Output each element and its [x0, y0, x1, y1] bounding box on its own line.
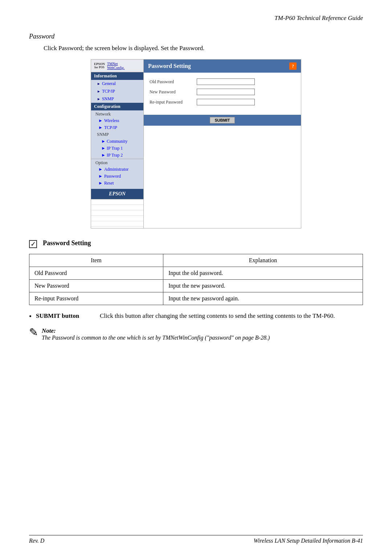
arrow-icon: ► — [101, 153, 106, 158]
old-password-row: Old Password — [150, 78, 295, 85]
sidebar-item-wireless[interactable]: ► Wireless — [91, 117, 143, 124]
sidebar-item-general[interactable]: ► General — [91, 80, 143, 88]
reinput-password-input[interactable] — [197, 99, 255, 105]
sidebar: EPSON for POS TMNetWebConfig. Informatio… — [91, 60, 144, 228]
note-title: Note: — [42, 327, 270, 335]
table-cell-item: New Password — [29, 280, 163, 292]
table-cell-item: Old Password — [29, 267, 163, 280]
help-icon[interactable]: ? — [289, 62, 297, 70]
new-password-label: New Password — [150, 89, 193, 95]
footer-left: Rev. D — [29, 538, 44, 544]
checkbox-label: Password Setting — [43, 239, 91, 247]
sidebar-item-password[interactable]: ► Password — [91, 173, 143, 180]
table-header-item: Item — [29, 254, 163, 267]
sidebar-item-ip-trap-1[interactable]: ► IP Trap 1 — [91, 145, 143, 152]
sidebar-option-label: Option — [91, 159, 143, 166]
table-row: New Password Input the new password. — [29, 280, 363, 292]
header-title: TM-P60 Technical Reference Guide — [274, 15, 363, 21]
note-icon: ✎ — [29, 326, 38, 339]
epson-logo-icon: EPSON for POS — [94, 62, 105, 69]
footer-right: Wireless LAN Setup Detailed Information … — [254, 538, 363, 544]
content-panel: Password Setting ? Old Password New Pass… — [144, 60, 301, 228]
checkmark: ✓ — [30, 240, 36, 248]
submit-button[interactable]: SUBMIT — [210, 117, 234, 123]
page-footer: Rev. D Wireless LAN Setup Detailed Infor… — [29, 535, 363, 544]
note-section: ✎ Note: The Password is common to the on… — [29, 327, 363, 341]
sidebar-information-header: Information — [91, 72, 143, 80]
data-table: Item Explanation Old Password Input the … — [29, 254, 363, 305]
arrow-icon: ► — [98, 118, 103, 123]
sidebar-item-snmp[interactable]: ► SNMP — [91, 95, 143, 103]
table-cell-item: Re-input Password — [29, 292, 163, 305]
arrow-icon: ► — [97, 97, 101, 101]
sidebar-epson-brand: EPSON — [91, 189, 143, 199]
arrow-icon: ► — [101, 146, 106, 151]
browser-window: EPSON for POS TMNetWebConfig. Informatio… — [91, 59, 301, 228]
bullet-description: Click this button after changing the set… — [100, 312, 335, 321]
new-password-row: New Password — [150, 89, 295, 95]
sidebar-item-reset[interactable]: ► Reset — [91, 180, 143, 187]
arrow-icon: ► — [98, 174, 103, 179]
webconfig-link[interactable]: TMNetWebConfig. — [107, 62, 124, 70]
sidebar-item-ip-trap-2[interactable]: ► IP Trap 2 — [91, 152, 143, 159]
section-intro: Click Password; the screen below is disp… — [44, 45, 363, 52]
sidebar-item-tcpip-config[interactable]: ► TCP/IP — [91, 124, 143, 131]
content-header: Password Setting ? — [144, 60, 301, 73]
arrow-icon: ► — [97, 82, 101, 86]
bullet-dot: • — [29, 312, 32, 321]
arrow-icon: ► — [98, 181, 103, 186]
page-header: TM-P60 Technical Reference Guide — [29, 15, 363, 22]
table-cell-explanation: Input the new password again. — [163, 292, 363, 305]
reinput-password-row: Re-input Password — [150, 99, 295, 105]
sidebar-network-label: Network — [91, 110, 143, 117]
sidebar-item-community[interactable]: ► Community — [91, 138, 143, 145]
reinput-password-label: Re-input Password — [150, 100, 193, 105]
content-title: Password Setting — [148, 63, 191, 69]
new-password-input[interactable] — [197, 89, 255, 95]
table-row: Re-input Password Input the new password… — [29, 292, 363, 305]
form-area: Old Password New Password Re-input Passw… — [144, 73, 301, 115]
sidebar-logo: EPSON for POS TMNetWebConfig. — [91, 60, 143, 72]
table-cell-explanation: Input the old password. — [163, 267, 363, 280]
note-text: The Password is common to the one which … — [42, 335, 270, 341]
checkbox-icon: ✓ — [29, 240, 37, 248]
submit-bar: SUBMIT — [144, 115, 301, 126]
arrow-icon: ► — [98, 125, 103, 130]
arrow-icon: ► — [97, 89, 101, 93]
old-password-input[interactable] — [197, 78, 255, 85]
bullet-label: SUBMIT button — [36, 312, 94, 320]
sidebar-item-tcpip[interactable]: ► TCP/IP — [91, 88, 143, 95]
section-heading: Password — [29, 33, 363, 40]
old-password-label: Old Password — [150, 79, 193, 85]
sidebar-item-administrator[interactable]: ► Administrator — [91, 166, 143, 173]
sidebar-snmp-label: SNMP — [91, 131, 143, 138]
table-row: Old Password Input the old password. — [29, 267, 363, 280]
note-content: Note: The Password is common to the one … — [42, 327, 270, 341]
arrow-icon: ► — [101, 139, 106, 144]
sidebar-grid-area — [91, 199, 143, 228]
sidebar-configuration-header: Configuration — [91, 103, 143, 110]
table-header-explanation: Explanation — [163, 254, 363, 267]
bullet-section: • SUBMIT button Click this button after … — [29, 312, 363, 321]
table-cell-explanation: Input the new password. — [163, 280, 363, 292]
arrow-icon: ► — [98, 167, 103, 172]
checkbox-section: ✓ Password Setting — [29, 239, 363, 248]
